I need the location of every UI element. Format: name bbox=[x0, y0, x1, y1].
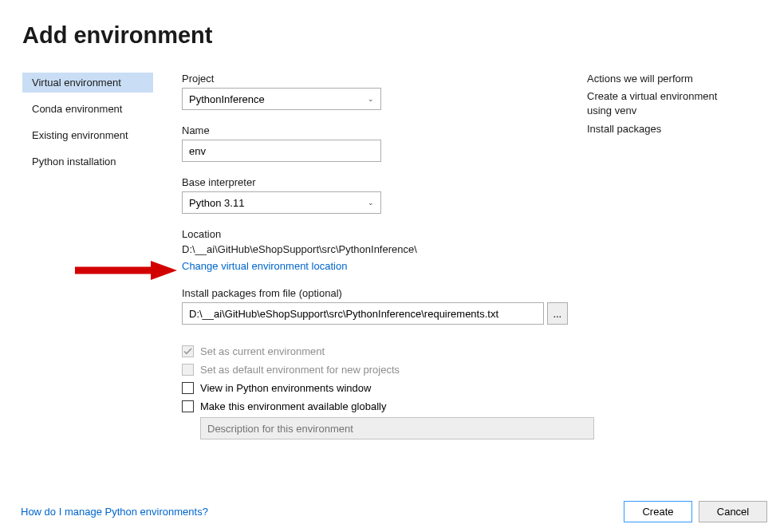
location-value: D:\__ai\GitHub\eShopSupport\src\PythonIn… bbox=[182, 243, 568, 255]
base-interpreter-label: Base interpreter bbox=[182, 176, 568, 188]
view-in-env-label: View in Python environments window bbox=[200, 382, 371, 394]
sidebar-item-virtual-environment[interactable]: Virtual environment bbox=[22, 73, 153, 93]
sidebar: Virtual environment Conda environment Ex… bbox=[22, 73, 153, 439]
actions-line-1: Create a virtual environment using venv bbox=[587, 89, 727, 117]
view-in-env-row[interactable]: View in Python environments window bbox=[182, 382, 568, 394]
set-default-label: Set as default environment for new proje… bbox=[200, 364, 400, 376]
chevron-down-icon: ⌄ bbox=[368, 199, 374, 207]
base-interpreter-select[interactable]: Python 3.11 ⌄ bbox=[182, 191, 381, 214]
browse-button[interactable]: ... bbox=[547, 302, 568, 325]
location-label: Location bbox=[182, 228, 568, 240]
sidebar-item-conda-environment[interactable]: Conda environment bbox=[22, 99, 153, 119]
project-label: Project bbox=[182, 73, 568, 85]
set-current-checkbox bbox=[182, 345, 194, 357]
available-globally-row[interactable]: Make this environment available globally bbox=[182, 400, 568, 412]
install-packages-label: Install packages from file (optional) bbox=[182, 287, 568, 299]
dialog-title: Add environment bbox=[0, 0, 780, 49]
actions-panel: Actions we will perform Create a virtual… bbox=[568, 73, 727, 439]
set-current-label: Set as current environment bbox=[200, 345, 325, 357]
set-default-row: Set as default environment for new proje… bbox=[182, 364, 568, 376]
create-button[interactable]: Create bbox=[624, 501, 692, 522]
actions-line-2: Install packages bbox=[587, 122, 727, 136]
view-in-env-checkbox[interactable] bbox=[182, 382, 194, 394]
name-label: Name bbox=[182, 124, 568, 136]
description-input bbox=[200, 417, 594, 439]
change-location-link[interactable]: Change virtual environment location bbox=[182, 260, 347, 272]
sidebar-item-python-installation[interactable]: Python installation bbox=[22, 152, 153, 171]
set-default-checkbox bbox=[182, 364, 194, 376]
help-link[interactable]: How do I manage Python environments? bbox=[21, 506, 208, 518]
sidebar-item-existing-environment[interactable]: Existing environment bbox=[22, 125, 153, 145]
project-select-value: PythonInference bbox=[189, 93, 265, 105]
cancel-button[interactable]: Cancel bbox=[699, 501, 767, 522]
available-globally-checkbox[interactable] bbox=[182, 400, 194, 412]
project-select[interactable]: PythonInference ⌄ bbox=[182, 88, 381, 110]
set-current-row: Set as current environment bbox=[182, 345, 568, 357]
install-packages-input[interactable] bbox=[182, 302, 544, 325]
base-interpreter-value: Python 3.11 bbox=[189, 197, 244, 209]
actions-heading: Actions we will perform bbox=[587, 73, 727, 85]
name-input[interactable] bbox=[182, 140, 381, 162]
check-icon bbox=[183, 347, 192, 356]
available-globally-label: Make this environment available globally bbox=[200, 400, 386, 412]
chevron-down-icon: ⌄ bbox=[368, 95, 374, 103]
